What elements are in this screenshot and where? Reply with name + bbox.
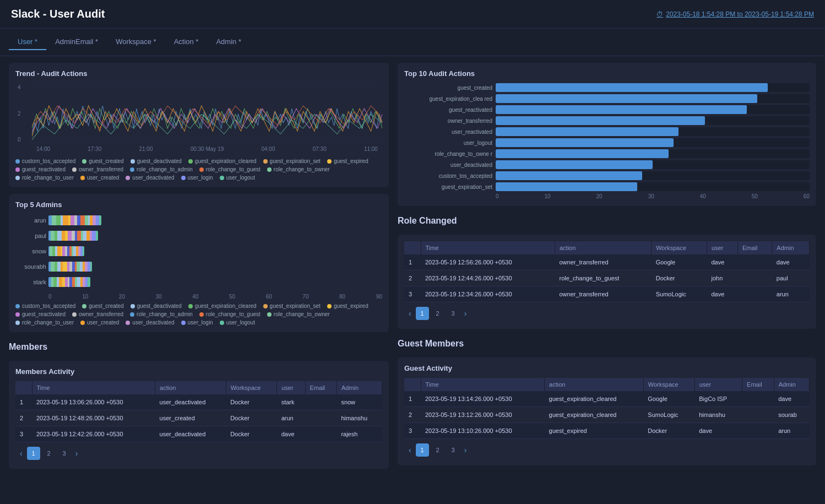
trend-chart-area: 4 2 0 14:00 — [15, 83, 382, 155]
bar-track — [496, 138, 810, 147]
filter-action[interactable]: Action * — [165, 34, 208, 50]
table-cell: owner_transferred — [555, 254, 651, 270]
bar-track — [496, 171, 810, 180]
filter-user[interactable]: User * — [9, 34, 46, 50]
table-cell: guest_expiration_cleared — [545, 391, 644, 407]
prev-page-button[interactable]: ‹ — [406, 309, 414, 318]
table-cell — [742, 423, 774, 439]
table-cell: arun — [772, 286, 810, 302]
table-cell: 2023-05-19 12:44:26.000 +0530 — [421, 270, 555, 286]
bar-track — [496, 149, 810, 158]
stacked-segment — [52, 215, 57, 225]
table-cell — [737, 286, 772, 302]
top10-x-labels: 0102030405060 — [496, 191, 810, 199]
trend-x-axis: 14:00 17:30 21:00 00:30 May 19 04:00 07:… — [32, 144, 382, 155]
next-page-button[interactable]: › — [73, 449, 80, 458]
legend-item: owner_transferred — [72, 311, 123, 317]
legend-item: guest_created — [82, 158, 123, 164]
filter-admin[interactable]: Admin * — [207, 34, 250, 50]
table-cell: Google — [643, 391, 694, 407]
table-cell — [737, 270, 772, 286]
table-row: 12023-05-19 12:56:26.000 +0530owner_tran… — [404, 254, 810, 270]
table-cell — [305, 394, 336, 410]
bar-fill — [496, 182, 637, 191]
stacked-segment — [92, 231, 96, 241]
bar-label: guest_expiration_set — [404, 184, 492, 190]
page-button-2[interactable]: 2 — [431, 443, 444, 457]
stacked-row: paul — [48, 230, 382, 242]
table-cell: SumoLogic — [652, 286, 707, 302]
page-button-1[interactable]: 1 — [416, 307, 429, 320]
table-cell: 2023-05-19 12:42:26.000 +0530 — [32, 426, 155, 442]
stacked-row: snow — [48, 245, 382, 257]
page-button-2[interactable]: 2 — [42, 447, 56, 460]
legend-item: owner_transferred — [72, 166, 123, 172]
guest-members-pagination: ‹123› — [404, 439, 810, 459]
table-cell: 2023-05-19 13:14:26.000 +0530 — [421, 391, 545, 407]
bar-fill — [496, 105, 747, 114]
next-page-button[interactable]: › — [462, 309, 469, 318]
table-header: user — [277, 381, 305, 394]
page-button-3[interactable]: 3 — [58, 447, 71, 460]
trend-svg — [32, 83, 382, 145]
table-header: Admin — [772, 241, 810, 254]
bar-fill — [496, 138, 674, 147]
bar-row: role_change_to_owne r — [404, 149, 810, 158]
members-table: TimeactionWorkspaceuserEmailAdmin12023-0… — [15, 381, 382, 442]
table-cell: user_deactivated — [155, 394, 226, 410]
table-cell: Docker — [652, 270, 707, 286]
table-cell: SumoLogic — [643, 407, 694, 423]
table-cell: dave — [772, 254, 810, 270]
bar-row: custom_tos_accepted — [404, 171, 810, 180]
table-header — [404, 378, 421, 391]
legend-item: role_change_to_owner — [267, 166, 330, 172]
table-cell: 2023-05-19 12:48:26.000 +0530 — [32, 410, 155, 426]
table-cell: Docker — [643, 423, 694, 439]
time-range[interactable]: ⏱ 2023-05-18 1:54:28 PM to 2023-05-19 1:… — [656, 10, 814, 18]
table-header: Time — [32, 381, 155, 394]
next-page-button[interactable]: › — [462, 446, 469, 454]
bar-fill — [496, 171, 642, 180]
table-cell: paul — [772, 270, 810, 286]
stacked-segment — [68, 231, 72, 241]
role-changed-title-area: Role Changed — [398, 213, 816, 228]
admins-legend: custom_tos_acceptedguest_createdguest_de… — [15, 303, 382, 326]
prev-page-button[interactable]: ‹ — [18, 449, 25, 458]
table-row: 12023-05-19 13:14:26.000 +0530guest_expi… — [404, 391, 810, 407]
table-header: user — [707, 241, 737, 254]
table-header: user — [694, 378, 742, 391]
stacked-bar — [48, 231, 98, 241]
table-cell: stark — [277, 394, 305, 410]
table-cell: guest_expiration_cleared — [545, 407, 644, 423]
table-header: Time — [421, 378, 545, 391]
table-cell — [742, 407, 774, 423]
legend-item: guest_expired — [327, 303, 368, 309]
members-section-title: Members — [9, 339, 389, 354]
stacked-bar — [48, 215, 101, 225]
bar-label: guest_reactivated — [404, 107, 492, 113]
guest-members-panel: Guest Activity TimeactionWorkspaceuserEm… — [398, 357, 816, 465]
legend-item: role_change_to_user — [15, 319, 74, 326]
table-cell: 1 — [404, 391, 421, 407]
legend-item: guest_expired — [327, 158, 368, 164]
members-panel-title: Members Activity — [15, 367, 382, 376]
filter-workspace[interactable]: Workspace * — [107, 34, 165, 50]
prev-page-button[interactable]: ‹ — [406, 446, 414, 454]
page-button-1[interactable]: 1 — [416, 443, 429, 457]
stacked-bar — [48, 246, 84, 256]
table-cell: Google — [652, 254, 707, 270]
stacked-segment — [77, 231, 81, 241]
page-button-1[interactable]: 1 — [27, 447, 40, 460]
page-button-3[interactable]: 3 — [447, 307, 460, 320]
bar-label: guest_created — [404, 85, 492, 91]
page-button-3[interactable]: 3 — [447, 443, 460, 457]
legend-item: guest_expiration_cleared — [188, 303, 257, 309]
guest-members-table: TimeactionWorkspaceuserEmailAdmin12023-0… — [404, 378, 810, 439]
table-cell: guest_expired — [545, 423, 644, 439]
table-header: Email — [737, 241, 772, 254]
page-button-2[interactable]: 2 — [431, 307, 444, 320]
table-header: Workspace — [643, 378, 694, 391]
legend-item: guest_deactivated — [131, 303, 182, 309]
filter-adminemail[interactable]: AdminEmail * — [46, 34, 107, 50]
top10-title: Top 10 Audit Actions — [404, 69, 810, 78]
